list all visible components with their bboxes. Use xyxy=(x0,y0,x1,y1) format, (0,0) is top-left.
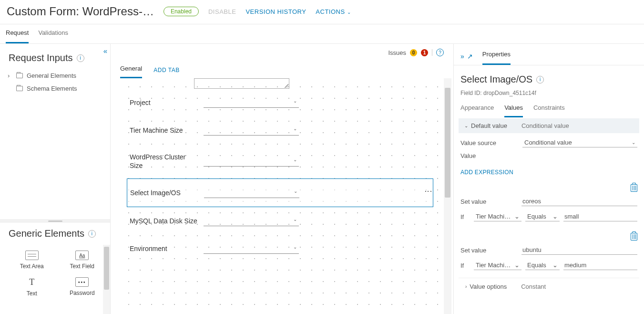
expression-1: Set value coreos If Tier Machi…⌄ Equals⌄… xyxy=(459,180,639,229)
tab-request[interactable]: Request xyxy=(6,24,29,43)
disable-button[interactable]: DISABLE xyxy=(208,8,236,15)
version-history-button[interactable]: VERSION HISTORY xyxy=(245,8,306,15)
prop-tab-constraints[interactable]: Constraints xyxy=(533,101,565,117)
right-panel: » ↗ Properties Select Image/OS i Field I… xyxy=(453,44,644,314)
chevron-down-icon: ⌄ xyxy=(347,10,351,15)
chevron-down-icon: ⌄ xyxy=(293,126,297,131)
field-environment[interactable]: Environment ⌄ xyxy=(120,235,440,262)
left-panel: « Request Inputs i › General Elements Sc… xyxy=(0,44,111,314)
chevron-down-icon: ⌄ xyxy=(514,213,520,220)
chevron-down-icon: ⌄ xyxy=(552,213,558,220)
resize-handle-icon[interactable] xyxy=(285,84,288,88)
elem-password[interactable]: •••Password xyxy=(57,273,108,301)
password-icon: ••• xyxy=(75,277,89,287)
expand-right-icon[interactable]: » xyxy=(460,52,464,60)
prop-tab-appearance[interactable]: Appearance xyxy=(460,101,494,117)
field-wordpress-cluster-size[interactable]: WordPress Cluster Size ⌄ xyxy=(120,144,440,178)
fullscreen-icon[interactable]: ↗ xyxy=(467,52,473,60)
tree-schema-elements[interactable]: Schema Elements xyxy=(6,82,104,95)
actions-menu[interactable]: ACTIONS⌄ xyxy=(316,8,351,15)
environment-dropdown[interactable]: ⌄ xyxy=(204,243,299,254)
issues-warning-badge[interactable]: 0 xyxy=(410,49,417,56)
cond-op-select[interactable]: Equals⌄ xyxy=(525,261,560,270)
elem-text-area[interactable]: Text Area xyxy=(7,247,57,273)
cond-field-select[interactable]: Tier Machi…⌄ xyxy=(474,212,521,221)
add-expression-button[interactable]: ADD EXPRESSION xyxy=(459,164,639,180)
divider xyxy=(432,49,432,56)
canvas-tabs: General ADD TAB xyxy=(111,56,453,78)
help-icon[interactable]: ? xyxy=(436,49,444,56)
enabled-badge: Enabled xyxy=(164,7,199,16)
canvas-panel: Issues 0 1 ? General ADD TAB Project ⌄ T… xyxy=(111,44,453,314)
tab-properties[interactable]: Properties xyxy=(482,48,511,65)
panel-divider[interactable] xyxy=(0,220,110,222)
canvas-body[interactable]: Project ⌄ Tier Machine Size ⌄ WordPress … xyxy=(120,78,451,314)
chevron-down-icon: ⌄ xyxy=(514,262,520,269)
page-title: Custom Form: WordPress-… xyxy=(7,5,154,18)
canvas-tab-general[interactable]: General xyxy=(120,62,142,78)
prop-tab-values[interactable]: Values xyxy=(504,101,523,117)
canvas-scrollbar[interactable] xyxy=(444,78,451,314)
property-tabs: Appearance Values Constraints xyxy=(459,101,639,117)
accordion-default-value[interactable]: ⌄Default value Conditional value xyxy=(459,118,639,133)
field-project[interactable]: Project ⌄ xyxy=(120,89,440,116)
cond-field-select[interactable]: Tier Machi…⌄ xyxy=(474,261,521,270)
info-icon[interactable]: i xyxy=(536,76,544,84)
chevron-down-icon: ⌄ xyxy=(464,123,468,128)
caret-icon: › xyxy=(8,72,12,79)
form-fields: Project ⌄ Tier Machine Size ⌄ WordPress … xyxy=(120,78,440,265)
delete-expression-icon[interactable] xyxy=(631,233,637,241)
info-icon[interactable]: i xyxy=(77,54,84,62)
chevron-down-icon: ⌄ xyxy=(293,157,297,162)
chevron-down-icon: ⌄ xyxy=(293,98,297,104)
chevron-down-icon: ⌄ xyxy=(632,140,635,145)
folder-icon xyxy=(16,86,23,91)
set-value-input[interactable]: ubuntu xyxy=(521,245,637,255)
field-id-label: Field ID: dropDown_4511c14f xyxy=(459,90,639,101)
cond-op-select[interactable]: Equals⌄ xyxy=(525,212,560,221)
tree-general-elements[interactable]: › General Elements xyxy=(6,69,104,82)
properties-body: Select Image/OS i Field ID: dropDown_451… xyxy=(454,65,644,314)
top-tabs: Request Validations xyxy=(0,24,644,44)
tier-size-dropdown[interactable]: ⌄ xyxy=(204,125,299,136)
mysql-disk-dropdown[interactable]: ⌄ xyxy=(204,216,299,226)
value-row: Value xyxy=(459,152,639,164)
chevron-down-icon: ⌄ xyxy=(294,188,297,194)
description-textarea[interactable] xyxy=(194,78,289,89)
chevron-down-icon: ⌄ xyxy=(293,217,297,222)
kebab-menu-icon[interactable]: ⋮ xyxy=(426,188,430,195)
right-panel-header: » ↗ Properties xyxy=(454,44,644,65)
field-select-image-os-selected[interactable]: ⋮ Select Image/OS ⌄ xyxy=(127,178,433,207)
field-tier-machine-size[interactable]: Tier Machine Size ⌄ xyxy=(120,116,440,144)
elem-text[interactable]: TText xyxy=(7,273,57,301)
set-value-input[interactable]: coreos xyxy=(521,197,637,206)
generic-elements-section: Generic Elements i Text Area AaText Fiel… xyxy=(0,222,110,314)
issues-label: Issues xyxy=(388,49,406,56)
generic-elements-title: Generic Elements i xyxy=(0,222,110,245)
image-os-dropdown[interactable]: ⌄ xyxy=(204,188,299,198)
workspace: « Request Inputs i › General Elements Sc… xyxy=(0,44,644,314)
selected-field-title: Select Image/OS i xyxy=(459,72,639,90)
value-source-row: Value source Conditional value⌄ xyxy=(459,133,639,152)
wp-cluster-dropdown[interactable]: ⌄ xyxy=(204,156,299,167)
info-icon[interactable]: i xyxy=(88,230,96,238)
field-mysql-data-disk-size[interactable]: MySQL Data Disk Size ⌄ xyxy=(120,207,440,235)
textarea-icon xyxy=(25,251,39,260)
delete-expression-icon[interactable] xyxy=(631,184,637,192)
tab-validations[interactable]: Validations xyxy=(38,24,68,43)
cond-value-input[interactable]: medium xyxy=(563,261,637,270)
text-icon: T xyxy=(29,277,34,287)
left-scrollbar[interactable] xyxy=(103,245,110,314)
generic-elements-grid: Text Area AaText Field TText •••Password xyxy=(0,245,110,303)
collapse-left-icon[interactable]: « xyxy=(103,47,107,55)
project-dropdown[interactable]: ⌄ xyxy=(204,97,299,108)
value-source-select[interactable]: Conditional value⌄ xyxy=(522,138,637,147)
inputs-tree: › General Elements Schema Elements xyxy=(0,69,110,220)
chevron-down-icon: ⌄ xyxy=(293,244,297,250)
elem-text-field[interactable]: AaText Field xyxy=(57,247,108,273)
chevron-right-icon: › xyxy=(465,284,467,289)
issues-error-badge[interactable]: 1 xyxy=(421,49,428,56)
add-tab-button[interactable]: ADD TAB xyxy=(153,67,179,73)
accordion-value-options[interactable]: ›Value options Constant xyxy=(459,278,639,295)
cond-value-input[interactable]: small xyxy=(563,212,637,221)
